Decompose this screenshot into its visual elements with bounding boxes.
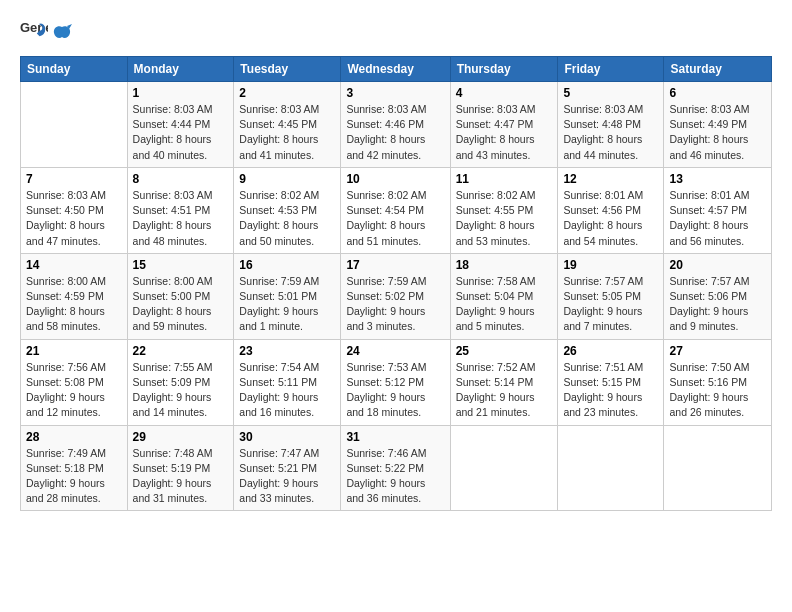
calendar-cell: 25Sunrise: 7:52 AM Sunset: 5:14 PM Dayli… <box>450 339 558 425</box>
day-info: Sunrise: 7:47 AM Sunset: 5:21 PM Dayligh… <box>239 446 335 507</box>
day-info: Sunrise: 7:49 AM Sunset: 5:18 PM Dayligh… <box>26 446 122 507</box>
calendar-cell: 21Sunrise: 7:56 AM Sunset: 5:08 PM Dayli… <box>21 339 128 425</box>
logo-icon: General <box>20 18 48 46</box>
calendar-cell: 8Sunrise: 8:03 AM Sunset: 4:51 PM Daylig… <box>127 167 234 253</box>
day-info: Sunrise: 7:59 AM Sunset: 5:01 PM Dayligh… <box>239 274 335 335</box>
day-info: Sunrise: 7:50 AM Sunset: 5:16 PM Dayligh… <box>669 360 766 421</box>
day-number: 19 <box>563 258 658 272</box>
calendar-cell <box>21 82 128 168</box>
calendar-cell: 16Sunrise: 7:59 AM Sunset: 5:01 PM Dayli… <box>234 253 341 339</box>
day-number: 12 <box>563 172 658 186</box>
day-info: Sunrise: 8:03 AM Sunset: 4:49 PM Dayligh… <box>669 102 766 163</box>
calendar-week-row: 28Sunrise: 7:49 AM Sunset: 5:18 PM Dayli… <box>21 425 772 511</box>
day-info: Sunrise: 8:03 AM Sunset: 4:46 PM Dayligh… <box>346 102 444 163</box>
calendar-table: Sunday Monday Tuesday Wednesday Thursday… <box>20 56 772 511</box>
day-number: 7 <box>26 172 122 186</box>
day-number: 23 <box>239 344 335 358</box>
day-info: Sunrise: 7:51 AM Sunset: 5:15 PM Dayligh… <box>563 360 658 421</box>
calendar-cell: 7Sunrise: 8:03 AM Sunset: 4:50 PM Daylig… <box>21 167 128 253</box>
logo-bird-icon <box>52 23 72 45</box>
day-info: Sunrise: 7:53 AM Sunset: 5:12 PM Dayligh… <box>346 360 444 421</box>
calendar-cell: 9Sunrise: 8:02 AM Sunset: 4:53 PM Daylig… <box>234 167 341 253</box>
calendar-cell <box>664 425 772 511</box>
day-number: 30 <box>239 430 335 444</box>
calendar-cell: 13Sunrise: 8:01 AM Sunset: 4:57 PM Dayli… <box>664 167 772 253</box>
calendar-body: 1Sunrise: 8:03 AM Sunset: 4:44 PM Daylig… <box>21 82 772 511</box>
calendar-cell: 1Sunrise: 8:03 AM Sunset: 4:44 PM Daylig… <box>127 82 234 168</box>
calendar-cell <box>450 425 558 511</box>
calendar-cell: 2Sunrise: 8:03 AM Sunset: 4:45 PM Daylig… <box>234 82 341 168</box>
header-thursday: Thursday <box>450 57 558 82</box>
day-info: Sunrise: 7:48 AM Sunset: 5:19 PM Dayligh… <box>133 446 229 507</box>
calendar-cell: 12Sunrise: 8:01 AM Sunset: 4:56 PM Dayli… <box>558 167 664 253</box>
calendar-cell: 17Sunrise: 7:59 AM Sunset: 5:02 PM Dayli… <box>341 253 450 339</box>
day-info: Sunrise: 7:57 AM Sunset: 5:06 PM Dayligh… <box>669 274 766 335</box>
day-number: 4 <box>456 86 553 100</box>
header-tuesday: Tuesday <box>234 57 341 82</box>
page: General Sunday Monda <box>0 0 792 612</box>
calendar-header-row: Sunday Monday Tuesday Wednesday Thursday… <box>21 57 772 82</box>
calendar-cell: 20Sunrise: 7:57 AM Sunset: 5:06 PM Dayli… <box>664 253 772 339</box>
day-info: Sunrise: 7:55 AM Sunset: 5:09 PM Dayligh… <box>133 360 229 421</box>
header-saturday: Saturday <box>664 57 772 82</box>
day-number: 13 <box>669 172 766 186</box>
day-number: 26 <box>563 344 658 358</box>
calendar-cell: 10Sunrise: 8:02 AM Sunset: 4:54 PM Dayli… <box>341 167 450 253</box>
day-info: Sunrise: 7:58 AM Sunset: 5:04 PM Dayligh… <box>456 274 553 335</box>
day-info: Sunrise: 8:02 AM Sunset: 4:55 PM Dayligh… <box>456 188 553 249</box>
day-info: Sunrise: 8:03 AM Sunset: 4:51 PM Dayligh… <box>133 188 229 249</box>
day-info: Sunrise: 7:56 AM Sunset: 5:08 PM Dayligh… <box>26 360 122 421</box>
day-number: 5 <box>563 86 658 100</box>
day-info: Sunrise: 7:46 AM Sunset: 5:22 PM Dayligh… <box>346 446 444 507</box>
calendar-cell: 23Sunrise: 7:54 AM Sunset: 5:11 PM Dayli… <box>234 339 341 425</box>
day-info: Sunrise: 7:59 AM Sunset: 5:02 PM Dayligh… <box>346 274 444 335</box>
day-info: Sunrise: 8:00 AM Sunset: 5:00 PM Dayligh… <box>133 274 229 335</box>
day-number: 14 <box>26 258 122 272</box>
day-number: 11 <box>456 172 553 186</box>
day-info: Sunrise: 8:02 AM Sunset: 4:54 PM Dayligh… <box>346 188 444 249</box>
calendar-week-row: 21Sunrise: 7:56 AM Sunset: 5:08 PM Dayli… <box>21 339 772 425</box>
day-info: Sunrise: 8:01 AM Sunset: 4:57 PM Dayligh… <box>669 188 766 249</box>
day-number: 10 <box>346 172 444 186</box>
day-info: Sunrise: 8:01 AM Sunset: 4:56 PM Dayligh… <box>563 188 658 249</box>
calendar-week-row: 14Sunrise: 8:00 AM Sunset: 4:59 PM Dayli… <box>21 253 772 339</box>
day-number: 9 <box>239 172 335 186</box>
calendar-cell: 5Sunrise: 8:03 AM Sunset: 4:48 PM Daylig… <box>558 82 664 168</box>
day-info: Sunrise: 8:00 AM Sunset: 4:59 PM Dayligh… <box>26 274 122 335</box>
calendar-week-row: 7Sunrise: 8:03 AM Sunset: 4:50 PM Daylig… <box>21 167 772 253</box>
day-info: Sunrise: 8:03 AM Sunset: 4:50 PM Dayligh… <box>26 188 122 249</box>
day-info: Sunrise: 8:03 AM Sunset: 4:48 PM Dayligh… <box>563 102 658 163</box>
calendar-week-row: 1Sunrise: 8:03 AM Sunset: 4:44 PM Daylig… <box>21 82 772 168</box>
day-number: 17 <box>346 258 444 272</box>
header-friday: Friday <box>558 57 664 82</box>
day-number: 16 <box>239 258 335 272</box>
day-number: 18 <box>456 258 553 272</box>
day-info: Sunrise: 8:03 AM Sunset: 4:44 PM Dayligh… <box>133 102 229 163</box>
logo-text <box>52 23 72 41</box>
day-number: 20 <box>669 258 766 272</box>
calendar-cell: 11Sunrise: 8:02 AM Sunset: 4:55 PM Dayli… <box>450 167 558 253</box>
day-info: Sunrise: 7:57 AM Sunset: 5:05 PM Dayligh… <box>563 274 658 335</box>
calendar-cell: 27Sunrise: 7:50 AM Sunset: 5:16 PM Dayli… <box>664 339 772 425</box>
calendar-cell: 24Sunrise: 7:53 AM Sunset: 5:12 PM Dayli… <box>341 339 450 425</box>
day-number: 3 <box>346 86 444 100</box>
day-info: Sunrise: 7:52 AM Sunset: 5:14 PM Dayligh… <box>456 360 553 421</box>
day-number: 2 <box>239 86 335 100</box>
calendar-cell: 15Sunrise: 8:00 AM Sunset: 5:00 PM Dayli… <box>127 253 234 339</box>
calendar-cell: 29Sunrise: 7:48 AM Sunset: 5:19 PM Dayli… <box>127 425 234 511</box>
calendar-cell: 28Sunrise: 7:49 AM Sunset: 5:18 PM Dayli… <box>21 425 128 511</box>
day-number: 15 <box>133 258 229 272</box>
logo: General <box>20 18 72 46</box>
day-info: Sunrise: 8:03 AM Sunset: 4:45 PM Dayligh… <box>239 102 335 163</box>
header-monday: Monday <box>127 57 234 82</box>
calendar-cell <box>558 425 664 511</box>
header-wednesday: Wednesday <box>341 57 450 82</box>
calendar-cell: 22Sunrise: 7:55 AM Sunset: 5:09 PM Dayli… <box>127 339 234 425</box>
day-number: 8 <box>133 172 229 186</box>
day-number: 24 <box>346 344 444 358</box>
day-number: 29 <box>133 430 229 444</box>
calendar-cell: 26Sunrise: 7:51 AM Sunset: 5:15 PM Dayli… <box>558 339 664 425</box>
calendar-cell: 4Sunrise: 8:03 AM Sunset: 4:47 PM Daylig… <box>450 82 558 168</box>
calendar-cell: 18Sunrise: 7:58 AM Sunset: 5:04 PM Dayli… <box>450 253 558 339</box>
header-row: General <box>20 18 772 46</box>
